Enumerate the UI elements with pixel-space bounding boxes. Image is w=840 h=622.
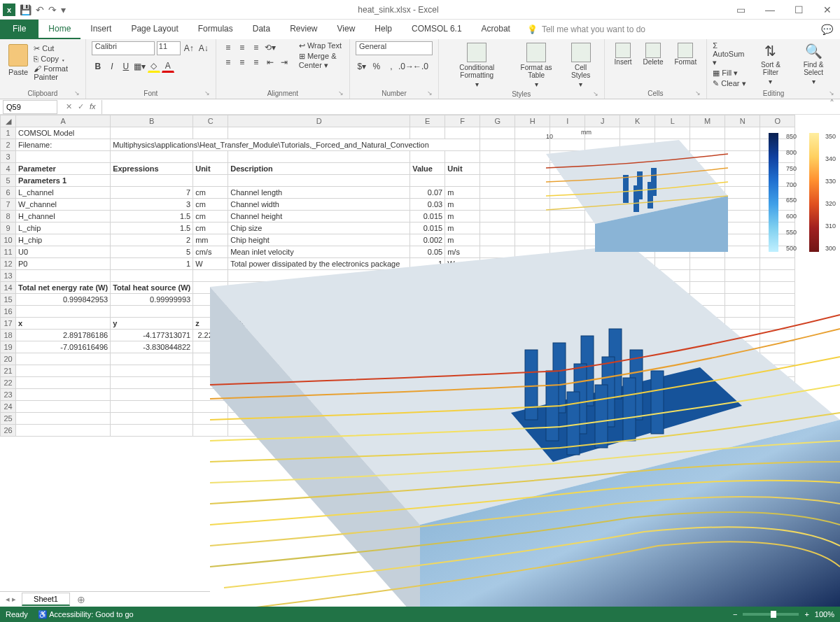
indent-inc-icon[interactable]: ⇥: [278, 56, 290, 69]
cell-B4[interactable]: Expressions: [111, 163, 193, 175]
cell-B20[interactable]: [111, 353, 193, 365]
cell-H23[interactable]: [515, 389, 550, 401]
cell-D20[interactable]: [228, 353, 410, 365]
cell-F1[interactable]: [445, 127, 480, 139]
cell-G11[interactable]: [480, 246, 515, 258]
cell-C12[interactable]: W: [193, 258, 228, 270]
cell-J22[interactable]: [585, 377, 620, 389]
col-header-J[interactable]: J: [585, 115, 620, 127]
cell-G16[interactable]: [480, 306, 515, 318]
cell-L23[interactable]: [655, 389, 690, 401]
col-header-N[interactable]: N: [725, 115, 760, 127]
zoom-out-icon[interactable]: −: [733, 610, 737, 619]
cell-L22[interactable]: [655, 377, 690, 389]
cell-C11[interactable]: cm/s: [193, 246, 228, 258]
col-header-M[interactable]: M: [690, 115, 725, 127]
cell-I24[interactable]: [550, 401, 585, 413]
cell-E4[interactable]: Value: [410, 163, 445, 175]
cell-K15[interactable]: [620, 294, 655, 306]
fill-button[interactable]: ▦ Fill ▾: [713, 69, 749, 78]
cell-D8[interactable]: Channel height: [228, 211, 410, 222]
cell-A17[interactable]: x: [16, 318, 111, 330]
ribbon-display-icon[interactable]: ▭: [731, 3, 751, 17]
cell-G22[interactable]: [480, 377, 515, 389]
cell-I26[interactable]: [550, 425, 585, 437]
cell-A4[interactable]: Parameter: [16, 163, 111, 175]
col-header-L[interactable]: L: [655, 115, 690, 127]
cell-B13[interactable]: [111, 270, 193, 282]
col-header-I[interactable]: I: [550, 115, 585, 127]
cell-L26[interactable]: [655, 425, 690, 437]
row-header-20[interactable]: 20: [1, 353, 16, 365]
cell-L19[interactable]: [655, 341, 690, 353]
cell-F3[interactable]: [445, 151, 480, 163]
sheet-tab-sheet1[interactable]: Sheet1: [22, 593, 70, 606]
tab-review[interactable]: Review: [280, 20, 327, 39]
align-center-icon[interactable]: ≡: [236, 56, 248, 69]
cell-A6[interactable]: L_channel: [16, 187, 111, 199]
cell-G15[interactable]: [480, 294, 515, 306]
cell-H21[interactable]: [515, 365, 550, 377]
clear-button[interactable]: ✎ Clear ▾: [713, 79, 749, 88]
row-header-1[interactable]: 1: [1, 127, 16, 139]
cell-H14[interactable]: [515, 282, 550, 294]
align-left-icon[interactable]: ≡: [222, 56, 234, 69]
cell-E21[interactable]: [410, 365, 445, 377]
cell-E25[interactable]: [410, 413, 445, 425]
cell-N16[interactable]: [725, 306, 760, 318]
cell-D12[interactable]: Total power dissipated by the electronic…: [228, 258, 410, 270]
cell-L24[interactable]: [655, 401, 690, 413]
cell-B22[interactable]: [111, 377, 193, 389]
cell-B15[interactable]: 0.99999993: [111, 294, 193, 306]
cell-I19[interactable]: [550, 341, 585, 353]
cell-E10[interactable]: 0.002: [410, 234, 445, 246]
cell-D18[interactable]: [228, 330, 410, 341]
row-header-6[interactable]: 6: [1, 187, 16, 199]
cell-D3[interactable]: [228, 151, 410, 163]
cell-G23[interactable]: [480, 389, 515, 401]
cell-I18[interactable]: [550, 330, 585, 341]
cell-A8[interactable]: H_channel: [16, 211, 111, 222]
cell-M14[interactable]: [690, 282, 725, 294]
cell-E11[interactable]: 0.05: [410, 246, 445, 258]
cell-L14[interactable]: [655, 282, 690, 294]
row-header-17[interactable]: 17: [1, 318, 16, 330]
cell-N23[interactable]: [725, 389, 760, 401]
cell-H18[interactable]: [515, 330, 550, 341]
cell-K17[interactable]: [620, 318, 655, 330]
row-header-24[interactable]: 24: [1, 401, 16, 413]
cell-C20[interactable]: [193, 353, 228, 365]
maximize-button[interactable]: ☐: [789, 3, 809, 17]
cell-F14[interactable]: [445, 282, 480, 294]
cell-E13[interactable]: [410, 270, 445, 282]
tab-page-layout[interactable]: Page Layout: [121, 20, 188, 39]
cell-F23[interactable]: [445, 389, 480, 401]
cell-C4[interactable]: Unit: [193, 163, 228, 175]
cell-C5[interactable]: [193, 175, 228, 187]
cell-G7[interactable]: [480, 199, 515, 211]
cell-A7[interactable]: W_channel: [16, 199, 111, 211]
cell-M21[interactable]: [690, 365, 725, 377]
cell-G18[interactable]: [480, 330, 515, 341]
cell-A20[interactable]: [16, 353, 111, 365]
row-header-18[interactable]: 18: [1, 330, 16, 341]
cell-G2[interactable]: [480, 139, 515, 151]
cell-G1[interactable]: [480, 127, 515, 139]
cell-C18[interactable]: 2.22554: [193, 330, 228, 341]
cell-O16[interactable]: [760, 306, 795, 318]
fill-color-button[interactable]: ◇: [148, 60, 160, 73]
cell-D26[interactable]: [228, 425, 410, 437]
cell-B17[interactable]: y: [111, 318, 193, 330]
select-all-corner[interactable]: ◢: [1, 115, 16, 127]
cell-G9[interactable]: [480, 222, 515, 234]
cell-C14[interactable]: [193, 282, 228, 294]
cell-B18[interactable]: -4.177313071: [111, 330, 193, 341]
indent-dec-icon[interactable]: ⇤: [264, 56, 276, 69]
cell-B23[interactable]: [111, 389, 193, 401]
row-header-14[interactable]: 14: [1, 282, 16, 294]
cell-N26[interactable]: [725, 425, 760, 437]
font-family-combo[interactable]: Calibri: [92, 41, 155, 55]
cell-I23[interactable]: [550, 389, 585, 401]
cell-A2[interactable]: Filename:: [16, 139, 111, 151]
cell-O15[interactable]: [760, 294, 795, 306]
